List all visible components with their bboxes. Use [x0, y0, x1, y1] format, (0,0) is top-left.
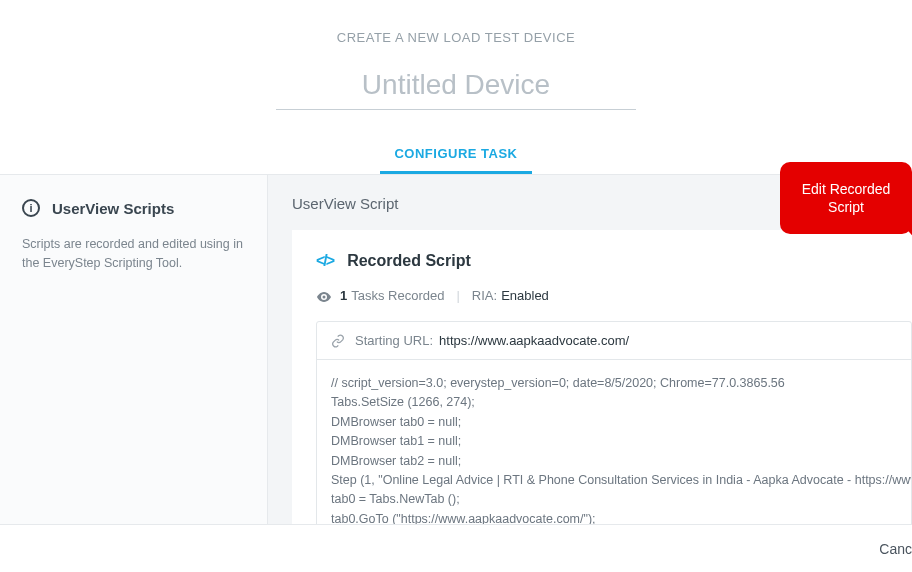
device-name-input[interactable] [276, 65, 636, 110]
tasks-count: 1 [340, 288, 347, 303]
card-title: Recorded Script [347, 252, 471, 270]
edit-recorded-script-callout: Edit Recorded Script [780, 162, 912, 234]
sidebar: i UserView Scripts Scripts are recorded … [0, 175, 268, 544]
tasks-label: Tasks Recorded [351, 288, 444, 303]
meta-divider: | [456, 288, 459, 303]
info-icon: i [22, 199, 40, 217]
starting-url-label: Starting URL: [355, 333, 433, 348]
starting-url-value: https://www.aapkaadvocate.com/ [439, 333, 629, 348]
eye-icon [316, 291, 332, 301]
script-content[interactable]: // script_version=3.0; everystep_version… [317, 360, 911, 530]
sidebar-description: Scripts are recorded and edited using in… [22, 235, 245, 273]
ria-value: Enabled [501, 288, 549, 303]
svg-point-0 [323, 295, 326, 298]
link-icon [331, 334, 345, 348]
footer-bar: Canc [0, 524, 912, 572]
cancel-button[interactable]: Canc [859, 531, 912, 567]
ria-label: RIA: [472, 288, 497, 303]
tab-configure-task[interactable]: CONFIGURE TASK [380, 138, 531, 174]
recorded-script-card: </> Recorded Script 1 Tasks Recorded | R… [292, 230, 912, 530]
code-icon: </> [316, 252, 333, 270]
starting-url-box: Starting URL: https://www.aapkaadvocate.… [317, 322, 911, 360]
sidebar-title: UserView Scripts [52, 200, 174, 217]
page-subtitle: CREATE A NEW LOAD TEST DEVICE [0, 30, 912, 45]
